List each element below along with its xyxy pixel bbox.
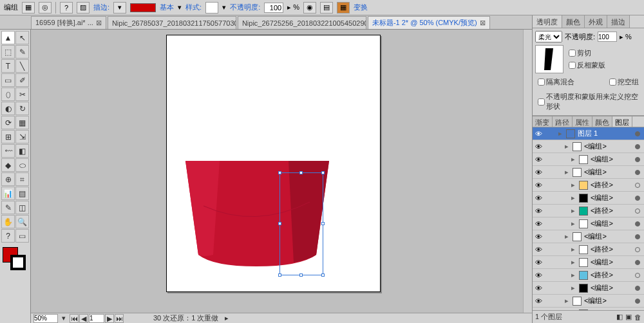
- panel-tab2[interactable]: 图层: [612, 116, 632, 127]
- target-icon[interactable]: [635, 183, 640, 188]
- tool-12[interactable]: ⟳: [1, 116, 15, 129]
- tool-27[interactable]: 🔍: [15, 215, 29, 228]
- tool-13[interactable]: ▦: [15, 116, 29, 129]
- target-icon[interactable]: [635, 170, 640, 175]
- document-tab[interactable]: Nipic_26785037_20180321175057703037.ai*⊠: [108, 16, 236, 29]
- visibility-icon[interactable]: 👁: [533, 156, 544, 163]
- zoom-input[interactable]: [33, 314, 58, 323]
- tool-14[interactable]: ⊞: [1, 130, 15, 143]
- tool-4[interactable]: T: [1, 59, 15, 73]
- disclosure-icon[interactable]: ▸: [571, 284, 578, 292]
- panel-tab[interactable]: 透明度: [533, 15, 562, 28]
- tool-22[interactable]: 📊: [1, 187, 15, 200]
- tool-2[interactable]: ⬚: [1, 45, 15, 59]
- panel-tab2[interactable]: 属性: [573, 116, 592, 127]
- nav-next[interactable]: ▶: [105, 314, 114, 323]
- brush-icon[interactable]: ▨: [77, 2, 90, 14]
- target-icon[interactable]: [635, 260, 640, 265]
- target-icon[interactable]: [635, 247, 640, 252]
- opacity-label[interactable]: 不透明度:: [230, 3, 260, 12]
- style-label[interactable]: 样式:: [185, 3, 202, 12]
- layer-row[interactable]: 👁▸<编组>: [533, 282, 644, 295]
- disclosure-icon[interactable]: ▸: [571, 245, 578, 254]
- disclosure-icon[interactable]: ▸: [571, 258, 578, 266]
- layer-row[interactable]: 👁▸<路径>: [533, 243, 644, 256]
- visibility-icon[interactable]: 👁: [533, 246, 544, 254]
- close-icon[interactable]: ⊠: [96, 19, 102, 27]
- visibility-icon[interactable]: 👁: [533, 272, 544, 279]
- delete-layer-icon[interactable]: 🗑: [634, 313, 641, 321]
- blend-mode-select[interactable]: 柔光: [535, 31, 562, 42]
- target-icon[interactable]: [635, 196, 640, 201]
- layer-row[interactable]: 👁▸<编组>: [533, 295, 644, 308]
- transform-icon[interactable]: ▦: [337, 2, 350, 14]
- opacity-input[interactable]: [264, 3, 283, 13]
- visibility-icon[interactable]: 👁: [533, 233, 544, 241]
- tool-1[interactable]: ↖: [15, 31, 29, 44]
- transparency-thumb[interactable]: [535, 45, 564, 73]
- align-icon-2[interactable]: ◎: [39, 2, 52, 14]
- tool-17[interactable]: ◧: [15, 144, 29, 158]
- help-icon[interactable]: ?: [60, 2, 73, 14]
- tool-24[interactable]: ✎: [1, 201, 15, 214]
- panel-tab[interactable]: 描边: [607, 15, 630, 28]
- disclosure-icon[interactable]: ▸: [565, 297, 571, 305]
- tool-6[interactable]: ▭: [1, 73, 15, 87]
- disclosure-icon[interactable]: ▸: [558, 129, 565, 138]
- tool-0[interactable]: ▲: [1, 31, 15, 44]
- brush-swatch[interactable]: [130, 3, 156, 12]
- visibility-icon[interactable]: 👁: [533, 207, 544, 215]
- visibility-icon[interactable]: 👁: [533, 284, 544, 292]
- visibility-icon[interactable]: 👁: [533, 181, 544, 189]
- tool-10[interactable]: ◐: [1, 102, 15, 115]
- target-icon[interactable]: [635, 234, 640, 239]
- layers-list[interactable]: 👁▸图层 1👁▸<编组>👁▸<编组>👁▸<编组>👁▸<路径>👁▸<编组>👁▸<路…: [533, 127, 644, 310]
- target-icon[interactable]: [635, 131, 640, 136]
- visibility-icon[interactable]: 👁: [533, 220, 544, 228]
- target-icon[interactable]: [635, 273, 640, 278]
- visibility-icon[interactable]: 👁: [533, 143, 544, 151]
- target-icon[interactable]: [635, 157, 640, 162]
- panel-tab2[interactable]: 路径: [553, 116, 573, 127]
- disclosure-icon[interactable]: ▸: [571, 181, 578, 189]
- close-icon[interactable]: ⊠: [480, 19, 486, 27]
- layer-row[interactable]: 👁▸<路径>: [533, 269, 644, 282]
- handle-mr[interactable]: [321, 222, 325, 225]
- tool-28[interactable]: ?: [1, 229, 15, 243]
- target-icon[interactable]: [635, 144, 640, 149]
- disclosure-icon[interactable]: ▸: [571, 271, 578, 279]
- tool-26[interactable]: ✋: [1, 215, 15, 228]
- document-tab[interactable]: 未标题-1 2* @ 50% (CMYK/预览)⊠: [368, 16, 490, 29]
- visibility-icon[interactable]: 👁: [533, 130, 544, 138]
- invert-checkbox[interactable]: [569, 62, 576, 69]
- stroke-swatch[interactable]: [10, 255, 26, 270]
- target-icon[interactable]: [635, 208, 640, 214]
- visibility-icon[interactable]: 👁: [533, 259, 544, 266]
- artboard-num[interactable]: [89, 314, 104, 323]
- handle-tm[interactable]: [299, 171, 303, 174]
- handle-ml[interactable]: [278, 222, 281, 225]
- panel-opacity-input[interactable]: [598, 32, 617, 42]
- panel-tab[interactable]: 颜色: [562, 15, 585, 28]
- vertical-scrollbar[interactable]: [523, 30, 532, 313]
- layer-row[interactable]: 👁▸<编组>: [533, 192, 644, 205]
- target-icon[interactable]: [635, 299, 640, 304]
- layer-row[interactable]: 👁▸<编组>: [533, 153, 644, 166]
- style-swatch[interactable]: [205, 2, 218, 14]
- layer-row[interactable]: 👁▸<编组>: [533, 230, 644, 243]
- disclosure-icon[interactable]: ▸: [565, 142, 571, 151]
- visibility-icon[interactable]: 👁: [533, 169, 544, 176]
- new-layer-icon[interactable]: ▣: [625, 313, 632, 321]
- tool-11[interactable]: ↻: [15, 102, 29, 115]
- visibility-icon[interactable]: 👁: [533, 194, 544, 202]
- visibility-icon[interactable]: 👁: [533, 297, 544, 305]
- tool-29[interactable]: ▭: [15, 229, 29, 243]
- layer-row[interactable]: 👁▸<编组>: [533, 140, 644, 153]
- layer-row[interactable]: 👁▸<路径>: [533, 179, 644, 192]
- panel-tab2[interactable]: 渐变: [533, 116, 553, 127]
- tool-16[interactable]: ⬳: [1, 144, 15, 158]
- handle-bl[interactable]: [278, 273, 281, 277]
- target-icon[interactable]: [635, 221, 640, 226]
- tool-8[interactable]: ⬯: [1, 88, 15, 101]
- handle-bm[interactable]: [299, 273, 303, 277]
